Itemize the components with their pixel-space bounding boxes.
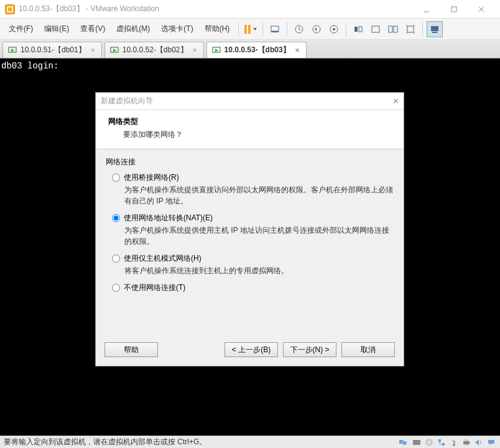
radio-bridged-input[interactable]: [112, 174, 120, 182]
svg-rect-14: [389, 26, 392, 32]
radio-bridged-label: 使用桥接网络(R): [124, 172, 179, 183]
tray-cd-icon[interactable]: [424, 437, 434, 447]
menu-vm[interactable]: 虚拟机(M): [111, 21, 155, 37]
window-controls: [413, 1, 495, 18]
fullscreen-button[interactable]: [402, 21, 419, 37]
tray-printer-icon[interactable]: [461, 437, 471, 447]
svg-rect-6: [271, 31, 279, 32]
svg-rect-18: [432, 32, 437, 33]
tab-close-icon[interactable]: ×: [90, 46, 96, 55]
minimize-button[interactable]: [413, 1, 440, 18]
snapshot-revert-button[interactable]: [308, 21, 325, 37]
svg-rect-0: [7, 7, 12, 12]
status-text: 要将输入定向到该虚拟机，请在虚拟机内部单击或按 Ctrl+G。: [4, 437, 206, 447]
fit-window-button[interactable]: [368, 21, 384, 37]
svg-rect-37: [488, 440, 494, 444]
spacer: [163, 342, 220, 357]
svg-point-28: [419, 442, 420, 443]
radio-hostonly-label: 使用仅主机模式网络(H): [124, 253, 201, 264]
titlebar: 10.0.0.53-【db03】 - VMware Workstation: [0, 0, 500, 19]
tray-message-icon[interactable]: [486, 437, 496, 447]
dialog-body: 网络连接 使用桥接网络(R) 为客户机操作系统提供直接访问外部以太网网络的权限。…: [96, 149, 404, 336]
separator: [287, 22, 287, 36]
snapshot-manager-button[interactable]: [326, 21, 342, 37]
svg-rect-32: [442, 443, 445, 446]
svg-rect-16: [407, 26, 414, 32]
unity-button[interactable]: [385, 21, 401, 37]
console-view-button[interactable]: [427, 21, 443, 37]
radio-hostonly[interactable]: 使用仅主机模式网络(H): [112, 253, 394, 264]
tray-sound-icon[interactable]: [474, 437, 484, 447]
tray-hdd-icon[interactable]: [412, 437, 422, 447]
dialog-footer: 帮助 < 上一步(B) 下一步(N) > 取消: [96, 336, 404, 366]
svg-marker-20: [11, 49, 14, 52]
tray-screens-icon[interactable]: [399, 437, 409, 447]
window-title: 10.0.0.53-【db03】 - VMware Workstation: [19, 4, 413, 14]
radio-none-label: 不使用网络连接(T): [124, 282, 185, 293]
svg-marker-22: [113, 49, 116, 52]
snapshot-button[interactable]: [291, 21, 307, 37]
svg-rect-13: [372, 26, 379, 32]
tray-network-icon[interactable]: [437, 437, 447, 447]
tab-close-icon[interactable]: ×: [294, 46, 301, 55]
dialog-header: 网络类型 要添加哪类网络？: [96, 110, 404, 149]
svg-rect-12: [359, 27, 362, 32]
radio-bridged-desc: 为客户机操作系统提供直接访问外部以太网网络的权限。客户机在外部网络上必须有自己的…: [124, 184, 394, 207]
tab-label: 10.0.0.51-【db01】: [21, 45, 86, 55]
tab-label: 10.0.0.52-【db02】: [123, 45, 188, 55]
separator: [346, 22, 346, 36]
tab-db01[interactable]: 10.0.0.51-【db01】 ×: [2, 42, 102, 58]
radio-bridged[interactable]: 使用桥接网络(R): [112, 172, 394, 183]
fit-guest-button[interactable]: [350, 21, 366, 37]
svg-rect-34: [463, 441, 470, 444]
new-vm-wizard-dialog: 新建虚拟机向导 × 网络类型 要添加哪类网络？ 网络连接 使用桥接网络(R) 为…: [95, 92, 404, 366]
dialog-header-title: 网络类型: [108, 116, 391, 127]
menubar: 文件(F) 编辑(E) 查看(V) 虚拟机(M) 选项卡(T) 帮助(H): [0, 19, 500, 40]
svg-rect-5: [271, 26, 279, 31]
close-button[interactable]: [468, 1, 495, 18]
svg-marker-24: [215, 49, 218, 52]
svg-rect-26: [402, 441, 407, 445]
radio-none-input[interactable]: [112, 284, 120, 292]
radio-nat[interactable]: 使用网络地址转换(NAT)(E): [112, 213, 394, 223]
pause-vm-button[interactable]: [243, 21, 259, 37]
menu-view[interactable]: 查看(V): [75, 21, 110, 37]
tray-usb-icon[interactable]: [449, 437, 459, 447]
send-keys-button[interactable]: [267, 21, 283, 37]
tabstrip: 10.0.0.51-【db01】 × 10.0.0.52-【db02】 × 10…: [0, 40, 500, 58]
menu-help[interactable]: 帮助(H): [200, 21, 235, 37]
dialog-title-text: 新建虚拟机向导: [101, 96, 153, 106]
radio-none[interactable]: 不使用网络连接(T): [112, 282, 394, 293]
dialog-header-subtitle: 要添加哪类网络？: [108, 129, 391, 140]
back-button[interactable]: < 上一步(B): [225, 342, 278, 357]
radio-hostonly-desc: 将客户机操作系统连接到主机上的专用虚拟网络。: [124, 265, 394, 276]
vm-icon: [110, 46, 119, 55]
separator: [238, 22, 239, 36]
radio-hostonly-input[interactable]: [112, 254, 120, 263]
radio-nat-desc: 为客户机操作系统提供使用主机 IP 地址访问主机拨号连接或外部以太网网络连接的权…: [124, 225, 394, 247]
svg-rect-11: [354, 27, 358, 32]
menu-file[interactable]: 文件(F): [4, 21, 38, 37]
radio-nat-input[interactable]: [112, 214, 120, 222]
svg-rect-2: [451, 7, 456, 12]
vm-icon: [212, 46, 221, 55]
svg-rect-35: [465, 439, 468, 441]
cancel-button[interactable]: 取消: [341, 342, 395, 357]
tab-db02[interactable]: 10.0.0.52-【db02】 ×: [104, 42, 204, 58]
svg-point-10: [333, 28, 335, 30]
svg-rect-31: [438, 439, 441, 442]
next-button[interactable]: 下一步(N) >: [283, 342, 336, 357]
radio-nat-label: 使用网络地址转换(NAT)(E): [124, 213, 213, 223]
menu-edit[interactable]: 编辑(E): [39, 21, 74, 37]
tab-close-icon[interactable]: ×: [192, 46, 198, 55]
statusbar: 要将输入定向到该虚拟机，请在虚拟机内部单击或按 Ctrl+G。: [0, 436, 500, 448]
tray: [399, 437, 496, 447]
tab-label: 10.0.0.53-【db03】: [225, 45, 290, 55]
maximize-button[interactable]: [440, 1, 468, 18]
menu-tabs[interactable]: 选项卡(T): [156, 21, 198, 37]
dialog-close-button[interactable]: ×: [393, 96, 399, 107]
tab-db03[interactable]: 10.0.0.53-【db03】 ×: [206, 42, 307, 58]
terminal-output: db03 login:: [0, 58, 500, 73]
help-button[interactable]: 帮助: [104, 342, 158, 357]
svg-rect-36: [465, 444, 468, 446]
